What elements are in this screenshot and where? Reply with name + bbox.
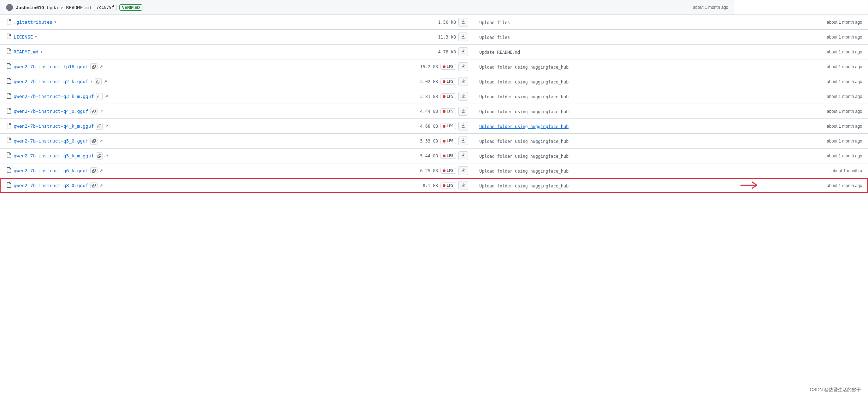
download-button[interactable]	[458, 18, 468, 27]
download-button[interactable]	[458, 181, 468, 190]
file-size-cell: 3.02 GBLFS	[304, 74, 474, 89]
lfs-badge: LFS	[440, 108, 456, 114]
lfs-dot	[443, 125, 445, 128]
commit-message-cell: Upload folder using huggingface_hub	[474, 89, 734, 104]
table-row: .gitattributes▾1.56 kBUpload filesabout …	[0, 15, 868, 30]
external-link-icon[interactable]: ↗	[100, 168, 103, 173]
download-button[interactable]	[458, 77, 468, 86]
copy-icon[interactable]	[90, 108, 98, 115]
commit-message-link[interactable]: Upload folder using huggingface_hub	[479, 124, 569, 129]
commit-message: Upload folder using huggingface_hub	[479, 154, 569, 159]
lfs-label: LFS	[447, 183, 454, 188]
lfs-label: LFS	[447, 153, 454, 158]
file-name-link[interactable]: qwen2-7b-instruct-q4_k_m.gguf	[14, 123, 94, 129]
external-link-icon[interactable]: ↗	[105, 94, 108, 99]
download-button[interactable]	[458, 151, 468, 160]
lfs-dot	[443, 95, 445, 98]
file-name-link[interactable]: qwen2-7b-instruct-q6_k.gguf	[14, 168, 88, 173]
download-button[interactable]	[458, 137, 468, 145]
copy-icon[interactable]	[95, 78, 102, 85]
commit-message-cell: Upload files	[474, 30, 734, 45]
table-row: README.md▾4.78 kBUpdate README.mdabout 1…	[0, 45, 868, 59]
file-icon	[6, 78, 12, 85]
external-link-icon[interactable]: ↗	[104, 79, 107, 84]
commit-message: Upload folder using huggingface_hub	[479, 94, 569, 99]
file-name-link[interactable]: qwen2-7b-instruct-q2_k.gguf	[14, 79, 88, 84]
file-icon	[6, 63, 12, 70]
external-link-icon[interactable]: ↗	[100, 64, 103, 69]
commit-hash-badge[interactable]: 7c1879f	[94, 4, 117, 11]
file-name-link[interactable]: LICENSE	[14, 34, 33, 40]
file-size: 8.1 GB	[423, 183, 438, 188]
file-timestamp: about 1 month ago	[734, 89, 868, 104]
lfs-badge: LFS	[440, 123, 456, 129]
file-icon	[6, 152, 12, 159]
file-name-link[interactable]: README.md	[14, 49, 39, 54]
file-name-link[interactable]: qwen2-7b-instruct-q4_0.gguf	[14, 109, 88, 114]
lfs-badge: LFS	[440, 168, 456, 174]
copy-icon[interactable]	[90, 182, 98, 189]
copy-icon[interactable]	[96, 123, 103, 130]
download-button[interactable]	[458, 107, 468, 116]
file-name-link[interactable]: qwen2-7b-instruct-q5_0.gguf	[14, 138, 88, 144]
download-button[interactable]	[458, 122, 468, 131]
download-button[interactable]	[458, 47, 468, 56]
file-icon	[6, 138, 12, 144]
file-size: 5.33 GB	[420, 139, 438, 144]
lfs-label: LFS	[447, 94, 454, 99]
commit-message: Upload folder using huggingface_hub	[479, 109, 569, 114]
chevron-icon[interactable]: ▾	[54, 20, 57, 24]
file-size-cell: 11.3 kB	[304, 30, 474, 45]
file-timestamp: about 1 month a	[734, 163, 868, 178]
commit-message-cell: Upload folder using huggingface_hub	[474, 74, 734, 89]
copy-icon[interactable]	[96, 152, 103, 160]
file-size-cell: 4.78 kB	[304, 45, 474, 59]
commit-message: Upload folder using huggingface_hub	[479, 139, 569, 144]
file-size: 15.2 GB	[420, 64, 438, 69]
copy-icon[interactable]	[90, 167, 98, 174]
download-button[interactable]	[458, 166, 468, 175]
file-name-link[interactable]: qwen2-7b-instruct-q3_k_m.gguf	[14, 94, 94, 99]
commit-message: Upload folder using huggingface_hub	[479, 80, 569, 85]
avatar	[6, 4, 13, 11]
file-icon	[6, 182, 12, 189]
file-size: 5.44 GB	[420, 153, 438, 158]
file-icon	[6, 34, 12, 40]
file-size: 1.56 kB	[438, 20, 456, 25]
copy-icon[interactable]	[90, 63, 98, 70]
file-icon	[6, 167, 12, 174]
file-size-cell: 4.68 GBLFS	[304, 119, 474, 134]
file-name-link[interactable]: qwen2-7b-instruct-q5_k_m.gguf	[14, 153, 94, 158]
file-name-link[interactable]: qwen2-7b-instruct-q8_0.gguf	[14, 183, 88, 188]
chevron-icon[interactable]: ▾	[90, 79, 93, 84]
copy-icon[interactable]	[90, 138, 98, 145]
download-button[interactable]	[458, 33, 468, 41]
chevron-icon[interactable]: ▾	[35, 35, 37, 39]
file-timestamp: about 1 month ago	[734, 15, 868, 30]
file-size-cell: 5.33 GBLFS	[304, 134, 474, 149]
external-link-icon[interactable]: ↗	[100, 139, 103, 143]
lfs-label: LFS	[447, 139, 454, 143]
username-link[interactable]: JustinLin610	[16, 5, 44, 10]
external-link-icon[interactable]: ↗	[100, 183, 103, 188]
file-size: 3.81 GB	[420, 94, 438, 99]
file-icon	[6, 93, 12, 100]
file-name-link[interactable]: qwen2-7b-instruct-fp16.gguf	[14, 64, 88, 69]
file-size-cell: 6.25 GBLFS	[304, 163, 474, 178]
lfs-badge: LFS	[440, 64, 456, 70]
download-button[interactable]	[458, 62, 468, 71]
lfs-dot	[443, 169, 445, 172]
external-link-icon[interactable]: ↗	[105, 124, 108, 128]
external-link-icon[interactable]: ↗	[100, 109, 103, 114]
file-name-link[interactable]: .gitattributes	[14, 19, 53, 25]
copy-icon[interactable]	[96, 93, 103, 100]
commit-message: Upload files	[479, 35, 510, 40]
file-timestamp: about 1 month ago	[734, 149, 868, 163]
commit-message-cell: Upload folder using huggingface_hub	[474, 163, 734, 178]
chevron-icon[interactable]: ▾	[41, 50, 43, 54]
download-button[interactable]	[458, 92, 468, 101]
file-size-cell: 1.56 kB	[304, 15, 474, 30]
commit-message-cell: Upload folder using huggingface_hub	[474, 149, 734, 163]
commit-message-cell: Update README.md	[474, 45, 734, 59]
external-link-icon[interactable]: ↗	[105, 153, 108, 158]
